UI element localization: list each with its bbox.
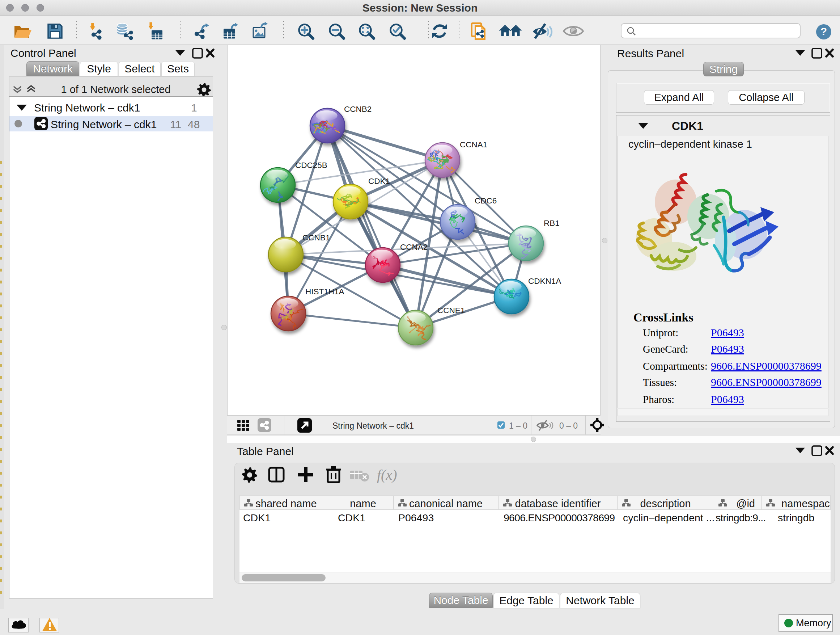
svg-text:CDKN1A: CDKN1A: [528, 277, 561, 286]
svg-text:CDK1: CDK1: [368, 177, 390, 186]
svg-text:CCNB2: CCNB2: [344, 105, 371, 114]
svg-text:CCNA2: CCNA2: [400, 242, 428, 252]
svg-text:CCNE1: CCNE1: [437, 306, 465, 315]
svg-text:CDC6: CDC6: [475, 196, 497, 205]
svg-text:CDC25B: CDC25B: [295, 161, 327, 170]
svg-text:RB1: RB1: [544, 219, 560, 228]
svg-text:CCNA1: CCNA1: [460, 140, 487, 149]
svg-text:CCNB1: CCNB1: [302, 233, 330, 242]
svg-text:?: ?: [821, 25, 827, 37]
svg-text:HIST1H1A: HIST1H1A: [305, 287, 344, 296]
